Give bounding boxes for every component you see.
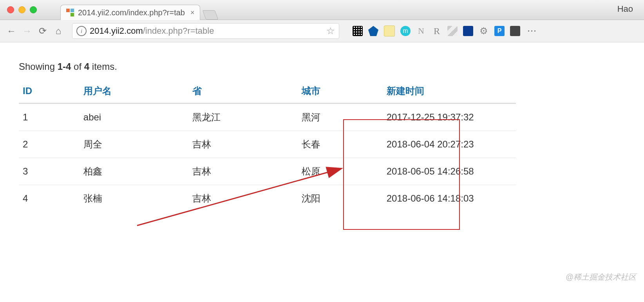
summary-total: 4 [84, 61, 89, 72]
cell-id: 2 [19, 131, 80, 158]
cell-username: abei [80, 104, 189, 131]
stripes-extension-icon[interactable] [447, 26, 458, 36]
cell-created: 2018-06-06 14:18:03 [383, 185, 516, 212]
cell-province: 吉林 [188, 158, 298, 185]
url-text: 2014.yii2.com/index.php?r=table [90, 26, 323, 36]
cell-city: 松原 [298, 158, 383, 185]
n-extension-icon[interactable]: N [416, 26, 426, 36]
extensions-row: m N R ⚙ P [353, 25, 520, 36]
qr-code-extension-icon[interactable] [353, 26, 363, 36]
summary-suffix: items. [89, 61, 117, 72]
zhihu-extension-icon[interactable] [463, 26, 473, 36]
cell-id: 3 [19, 158, 80, 185]
cell-username: 周全 [80, 131, 189, 158]
cell-username: 柏鑫 [80, 158, 189, 185]
col-id[interactable]: ID [19, 79, 80, 104]
table-row: 3柏鑫吉林松原2018-06-05 14:26:58 [19, 158, 516, 185]
tab-title: 2014.yii2.com/index.php?r=tab [78, 8, 185, 17]
cell-city: 黑河 [298, 104, 383, 131]
cell-id: 1 [19, 104, 80, 131]
url-path: /index.php?r=table [143, 26, 214, 36]
cell-city: 沈阳 [298, 185, 383, 212]
data-table: ID 用户名 省 城市 新建时间 1abei黑龙江黑河2017-12-25 19… [19, 79, 516, 212]
cell-id: 4 [19, 185, 80, 212]
cell-province: 吉林 [188, 131, 298, 158]
settings-gear-icon[interactable]: ⚙ [479, 26, 489, 36]
summary-mid: of [71, 61, 84, 72]
profile-name[interactable]: Hao [617, 4, 633, 14]
cell-city: 长春 [298, 131, 383, 158]
summary-range: 1-4 [58, 61, 71, 72]
m-extension-icon[interactable]: m [400, 26, 411, 36]
bookmark-star-icon[interactable]: ☆ [326, 25, 335, 36]
forward-button[interactable]: → [21, 25, 33, 36]
address-bar[interactable]: i 2014.yii2.com/index.php?r=table ☆ [72, 23, 339, 39]
table-row: 4张楠吉林沈阳2018-06-06 14:18:03 [19, 185, 516, 212]
notes-extension-icon[interactable] [384, 25, 395, 36]
col-province[interactable]: 省 [188, 79, 298, 104]
browser-tab[interactable]: 2014.yii2.com/index.php?r=tab × [60, 5, 200, 20]
site-info-icon[interactable]: i [76, 26, 87, 36]
table-header-row: ID 用户名 省 城市 新建时间 [19, 79, 516, 104]
back-button[interactable]: ← [5, 25, 17, 36]
watermark-text: @稀土掘金技术社区 [566, 272, 636, 282]
chrome-menu-icon[interactable]: ⋮ [526, 26, 537, 36]
window-minimize-button[interactable] [18, 6, 25, 13]
col-username[interactable]: 用户名 [80, 79, 189, 104]
r-extension-icon[interactable]: R [432, 26, 442, 36]
yii-favicon-icon [66, 9, 74, 16]
traffic-lights [7, 6, 37, 13]
browser-toolbar: ← → ⟳ ⌂ i 2014.yii2.com/index.php?r=tabl… [0, 20, 644, 42]
p-extension-icon[interactable]: P [494, 26, 505, 36]
window-fullscreen-button[interactable] [30, 6, 37, 13]
table-row: 1abei黑龙江黑河2017-12-25 19:37:32 [19, 104, 516, 131]
summary-prefix: Showing [19, 61, 58, 72]
avatar-extension-icon[interactable] [510, 26, 520, 36]
cell-username: 张楠 [80, 185, 189, 212]
tab-strip: 2014.yii2.com/index.php?r=tab × [60, 0, 217, 20]
window-chrome: 2014.yii2.com/index.php?r=tab × Hao [0, 0, 644, 20]
cell-province: 黑龙江 [188, 104, 298, 131]
vimium-extension-icon[interactable] [368, 26, 378, 36]
grid-summary: Showing 1-4 of 4 items. [19, 61, 625, 72]
col-city[interactable]: 城市 [298, 79, 383, 104]
page-content: Showing 1-4 of 4 items. ID 用户名 省 城市 新建时间… [0, 42, 644, 231]
tab-close-icon[interactable]: × [190, 9, 195, 17]
reload-button[interactable]: ⟳ [37, 25, 49, 36]
cell-province: 吉林 [188, 185, 298, 212]
window-close-button[interactable] [7, 6, 14, 13]
cell-created: 2017-12-25 19:37:32 [383, 104, 516, 131]
home-button[interactable]: ⌂ [52, 25, 64, 36]
new-tab-button[interactable] [203, 10, 219, 20]
col-created[interactable]: 新建时间 [383, 79, 516, 104]
cell-created: 2018-06-05 14:26:58 [383, 158, 516, 185]
url-host: 2014.yii2.com [90, 26, 143, 36]
table-row: 2周全吉林长春2018-06-04 20:27:23 [19, 131, 516, 158]
cell-created: 2018-06-04 20:27:23 [383, 131, 516, 158]
